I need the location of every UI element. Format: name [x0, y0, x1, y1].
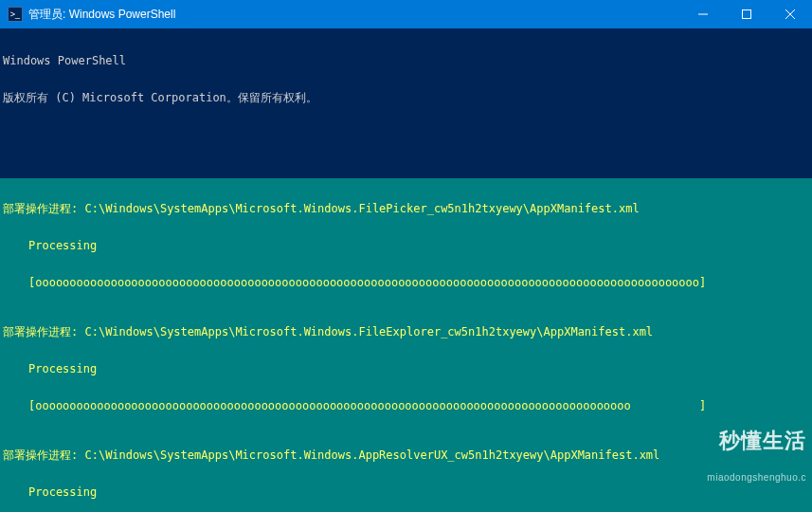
deploy-path: C:\Windows\SystemApps\Microsoft.Windows.… — [84, 203, 639, 215]
deploy-path: C:\Windows\SystemApps\Microsoft.Windows.… — [84, 326, 653, 338]
deploy-label: 部署操作进程: — [3, 203, 84, 215]
blank-line — [0, 129, 812, 141]
ps-header-line1: Windows PowerShell — [0, 55, 812, 67]
terminal-output[interactable]: Windows PowerShell 版权所有 (C) Microsoft Co… — [0, 28, 812, 512]
progress-block: 部署操作进程: C:\Windows\SystemApps\Microsoft.… — [0, 178, 812, 512]
deploy-label: 部署操作进程: — [3, 449, 84, 462]
maximize-button[interactable] — [725, 0, 768, 28]
minimize-button[interactable] — [681, 0, 725, 28]
deploy-op-line: 部署操作进程: C:\Windows\SystemApps\Microsoft.… — [0, 449, 812, 462]
status-line: Processing — [0, 486, 812, 499]
powershell-window: >_ 管理员: Windows PowerShell Windows Power… — [0, 0, 812, 512]
status-line: Processing — [0, 363, 812, 375]
progress-bar: [ooooooooooooooooooooooooooooooooooooooo… — [0, 277, 812, 289]
deploy-op-line: 部署操作进程: C:\Windows\SystemApps\Microsoft.… — [0, 326, 812, 338]
progress-bar: [ooooooooooooooooooooooooooooooooooooooo… — [0, 400, 812, 412]
titlebar[interactable]: >_ 管理员: Windows PowerShell — [0, 0, 812, 28]
window-title: 管理员: Windows PowerShell — [28, 7, 175, 23]
deploy-op-line: 部署操作进程: C:\Windows\SystemApps\Microsoft.… — [0, 203, 812, 215]
status-line: Processing — [0, 240, 812, 252]
ps-header-line2: 版权所有 (C) Microsoft Corporation。保留所有权利。 — [0, 92, 812, 104]
deploy-label: 部署操作进程: — [3, 326, 84, 338]
deploy-path: C:\Windows\SystemApps\Microsoft.Windows.… — [84, 449, 659, 462]
powershell-icon: >_ — [8, 7, 23, 22]
close-button[interactable] — [768, 0, 812, 28]
svg-rect-1 — [743, 10, 751, 19]
